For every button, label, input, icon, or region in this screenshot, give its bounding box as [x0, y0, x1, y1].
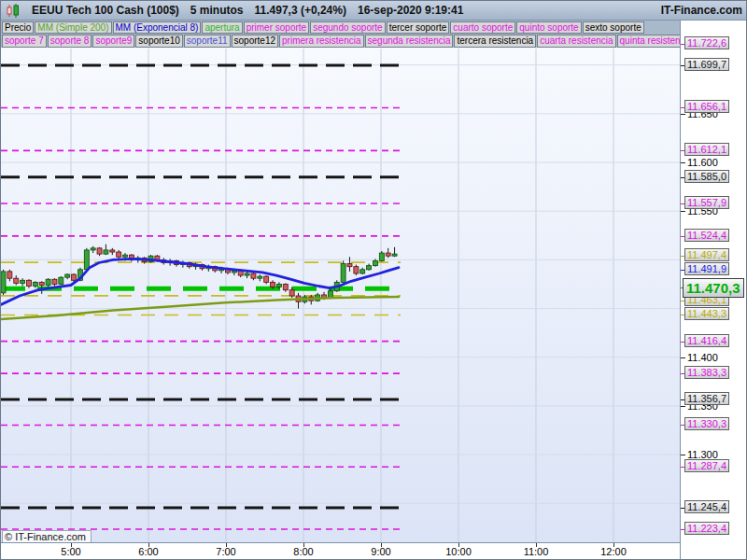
candle-up: [258, 276, 262, 278]
candle-up: [123, 255, 128, 257]
legend-item-tercera-resistencia[interactable]: tercera resistencia: [454, 35, 536, 48]
legend-item-primer-soporte[interactable]: primer soporte: [244, 21, 309, 34]
legend-item-mm-simple-200[interactable]: MM (Simple 200): [35, 21, 111, 34]
candle-up: [1, 272, 6, 293]
time-label-7-00: 7:00: [205, 546, 247, 557]
candle-down: [386, 253, 390, 256]
price-label-11-699-7: 11.699,7: [684, 58, 729, 71]
candle-down: [289, 290, 294, 296]
candle-down: [110, 250, 115, 252]
candle-down: [39, 282, 44, 285]
candle-down: [264, 276, 269, 282]
sma200-line: [1, 297, 399, 319]
price-tick: [681, 357, 685, 358]
last-price-and-change: 11.497,3 (+0,24%): [255, 4, 346, 17]
time-label-8-00: 8:00: [283, 546, 324, 557]
time-label-6-00: 6:00: [128, 546, 169, 557]
candle-up: [373, 260, 377, 265]
candle-up: [360, 270, 365, 273]
legend-item-tercer-soporte[interactable]: tercer soporte: [387, 21, 450, 34]
legend-item-soporte9[interactable]: soporte9: [92, 35, 134, 48]
candle-up: [379, 253, 384, 260]
price-label-11-612-1: 11.612,1: [684, 143, 729, 156]
price-label-11-524-4: 11.524,4: [684, 229, 729, 242]
price-tick: [681, 455, 685, 455]
chart-area[interactable]: © IT-Finance.com: [1, 48, 680, 542]
price-tick: [681, 211, 685, 212]
legend-item-soporte-7[interactable]: soporte 7: [2, 35, 47, 48]
candle-up: [33, 282, 37, 286]
candle-down: [97, 248, 102, 254]
legend-item-segunda-resistencia[interactable]: segunda resistencia: [365, 35, 454, 48]
candle-up: [104, 250, 108, 254]
legend-item-soporte-8[interactable]: soporte 8: [48, 35, 92, 48]
last-price: 11.497,3: [255, 4, 298, 17]
price-label-11-585-0: 11.585,0: [684, 170, 729, 183]
candle-up: [276, 284, 281, 287]
candle-down: [7, 272, 12, 278]
datetime-label: 16-sep-2020 9:19:41: [358, 4, 463, 17]
candlestick-chart-icon: [7, 4, 21, 18]
price-tick: [681, 114, 685, 115]
time-label-10-00: 10:00: [438, 546, 479, 557]
candle-up: [65, 274, 70, 277]
legend-item-mm-exponencial-8[interactable]: MM (Exponencial 8): [113, 21, 202, 34]
instrument-name: EEUU Tech 100 Cash (100$): [32, 4, 179, 17]
candle-down: [72, 274, 77, 280]
price-label-11-656-1: 11.656,1: [684, 100, 729, 113]
price-label-apertura-11-470-3: 11.470,3: [683, 278, 744, 298]
candle-up: [46, 279, 50, 285]
price-label-11-722-6: 11.722,6: [684, 36, 729, 49]
timeframe-label: 5 minutos: [190, 4, 244, 17]
price-axis[interactable]: 11.65011.60011.55011.40011.35011.30011.7…: [680, 21, 747, 560]
brand-link[interactable]: IT-Finance.com: [661, 4, 742, 17]
price-label-11-383-3: 11.383,3: [684, 366, 729, 379]
legend-item-sexto-soporte[interactable]: sexto soporte: [583, 21, 644, 34]
legend-item-soporte12[interactable]: soporte12: [232, 35, 278, 48]
price-label-11-223-4: 11.223,4: [684, 522, 729, 535]
price-label-11-356-7: 11.356,7: [684, 392, 729, 405]
legend-item-soporte11[interactable]: soporte11: [184, 35, 231, 48]
price-label-11-245-4: 11.245,4: [684, 500, 729, 513]
price-tick: [681, 162, 685, 163]
trading-platform-window: EEUU Tech 100 Cash (100$) 5 minutos 11.4…: [0, 0, 747, 560]
candle-down: [117, 252, 121, 257]
legend-item-primera-resistencia[interactable]: primera resistencia: [279, 35, 363, 48]
legend-item-quinto-soporte[interactable]: quinto soporte: [516, 21, 581, 34]
price-label-11-491-9: 11.491,9: [684, 262, 729, 275]
price-label-11-330-3: 11.330,3: [684, 417, 729, 430]
time-label-9-00: 9:00: [360, 546, 402, 557]
legend-item-cuarta-resistencia[interactable]: cuarta resistencia: [537, 35, 615, 48]
legend-item-apertura[interactable]: apertura: [202, 21, 242, 34]
time-label-5-00: 5:00: [50, 546, 92, 557]
candle-up: [91, 248, 95, 250]
candle-up: [21, 280, 25, 283]
price-change: (+0,24%): [301, 4, 346, 17]
legend-item-quinta-resistencia[interactable]: quinta resistencia: [617, 35, 680, 48]
indicator-legend-row-1: PrecioMM (Simple 200)MM (Exponencial 8)a…: [1, 21, 680, 34]
time-label-11-00: 11:00: [515, 546, 557, 557]
candle-down: [251, 273, 256, 278]
price-label-11-287-4: 11.287,4: [684, 459, 729, 472]
candle-down: [354, 267, 359, 273]
candle-up: [367, 266, 372, 270]
price-label-11-497-4: 11.497,4: [684, 248, 729, 261]
candle-up: [84, 250, 89, 270]
time-axis[interactable]: 5:006:007:008:009:0010:0011:0012:00: [1, 542, 680, 560]
legend-item-cuarto-soporte[interactable]: cuarto soporte: [450, 21, 515, 34]
price-chart-canvas[interactable]: [1, 48, 680, 542]
legend-item-segundo-soporte[interactable]: segundo soporte: [310, 21, 386, 34]
price-label-11-557-9: 11.557,9: [684, 196, 729, 209]
candle-up: [245, 273, 249, 275]
candle-down: [52, 279, 57, 284]
price-label-11-416-4: 11.416,4: [684, 334, 729, 347]
candle-down: [283, 284, 288, 289]
price-tick: [681, 406, 685, 407]
legend-item-soporte10[interactable]: soporte10: [135, 35, 182, 48]
candle-down: [14, 278, 19, 283]
candle-up: [328, 291, 332, 298]
candle-up: [341, 264, 345, 283]
price-label-11-443-3: 11.443,3: [684, 307, 729, 320]
legend-item-precio[interactable]: Precio: [2, 21, 34, 34]
candle-up: [392, 254, 397, 256]
